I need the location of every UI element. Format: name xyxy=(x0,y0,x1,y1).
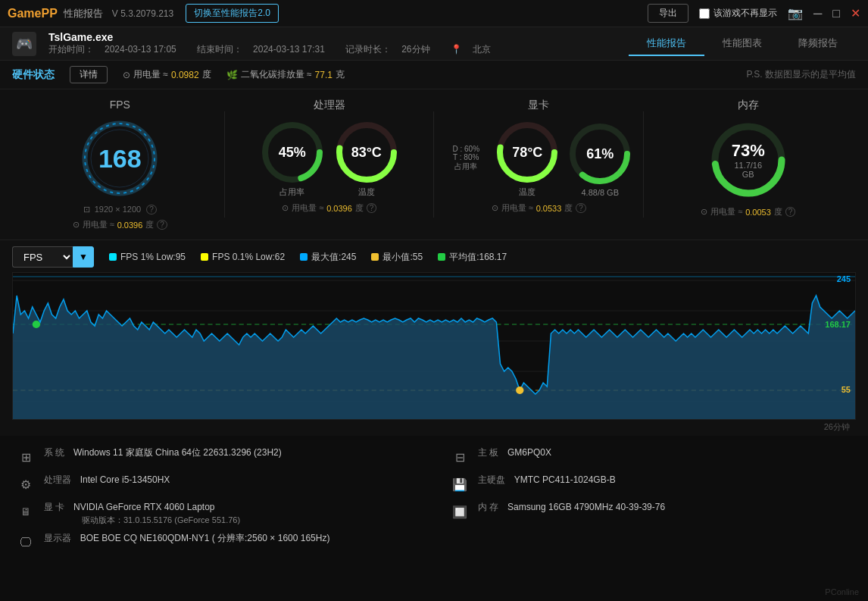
ram-label: 内存 xyxy=(738,99,759,112)
titlebar-title: 性能报告 xyxy=(64,7,103,20)
camera-icon[interactable]: 📷 xyxy=(788,6,803,20)
power-value: 0.0982 xyxy=(171,70,199,80)
chart-controls: FPS 处理器 显卡 内存 ▼ FPS 1% Low:95 FPS 0.1% L… xyxy=(12,246,856,268)
ram-metric: 内存 73% 11.7/16 GB ⊙ 用电量 ≈ 0.0053 度 ? xyxy=(644,99,854,230)
sysinfo-mobo: ⊟ 主 板 GM6PQ0X xyxy=(449,443,853,471)
os-key: 系 统 xyxy=(44,447,64,458)
cpu-power-row: ⊙ 用电量 ≈ 0.0396 度 ? xyxy=(282,202,376,214)
cpu-power-label: 用电量 ≈ xyxy=(292,202,323,214)
gpu-temp-sub: 温度 xyxy=(493,186,561,198)
legend-label-min: 最小值:55 xyxy=(382,251,423,264)
legend-dot-fps1pct xyxy=(109,253,117,261)
display-key: 显示器 xyxy=(44,533,71,543)
gpu-power-help[interactable]: ? xyxy=(576,203,586,213)
ram-gauge-wrap: 73% 11.7/16 GB xyxy=(707,118,790,202)
minimize-button[interactable]: ─ xyxy=(813,8,822,20)
cpu-temp-val: 83°C xyxy=(351,145,382,161)
ram-power-val: 0.0053 xyxy=(745,208,771,217)
display-icon: ⊡ xyxy=(83,205,90,214)
game-meta: 开始时间：2024-03-13 17:05 结束时间：2024-03-13 17… xyxy=(48,43,501,56)
gpu-power-val: 0.0533 xyxy=(536,204,562,213)
no-show-text: 该游戏不再显示 xyxy=(713,7,777,20)
detail-button[interactable]: 详情 xyxy=(70,66,108,83)
no-show-checkbox[interactable] xyxy=(699,8,710,19)
ram-power-unit: 度 xyxy=(774,206,782,218)
fps-select-wrapper: FPS 处理器 显卡 内存 ▼ xyxy=(12,246,94,268)
gpu-d-val: D : 60% xyxy=(443,145,489,153)
no-show-label: 该游戏不再显示 xyxy=(699,7,777,20)
gpu-info-val: NVIDIA GeForce RTX 4060 Laptop xyxy=(73,502,215,512)
cpu-power-help[interactable]: ? xyxy=(367,203,377,213)
legend-min: 最小值:55 xyxy=(371,251,423,264)
gpu-power-row: ⊙ 用电量 ≈ 0.0533 度 ? xyxy=(492,202,586,214)
titlebar-right: 导出 该游戏不再显示 📷 ─ □ ✕ xyxy=(648,4,860,23)
tab-reduce-report[interactable]: 降频报告 xyxy=(780,32,856,56)
sysinfo-right: ⊟ 主 板 GM6PQ0X 💾 主硬盘 YMTC PC411-1024GB-B … xyxy=(449,443,853,556)
export-button[interactable]: 导出 xyxy=(648,4,688,23)
legend-dot-min xyxy=(371,253,379,261)
sysinfo-ram: 🔲 内 存 Samsung 16GB 4790MHz 40-39-39-76 xyxy=(449,498,853,525)
switch-report-button[interactable]: 切换至性能报告2.0 xyxy=(186,4,279,23)
metrics-section: FPS 168 ⊡ 1920 × 1200 ? ⊙ 用电量 ≈ 0.0396 度… xyxy=(0,89,868,240)
ram-icon: 🔲 xyxy=(449,501,470,522)
end-label: 结束时间： xyxy=(197,44,242,55)
chart-area: 245 168.17 55 xyxy=(12,272,856,420)
legend-dot-max xyxy=(300,253,308,261)
gpu-label: 显卡 xyxy=(528,99,549,112)
cpu-power-icon: ⊙ xyxy=(282,203,289,213)
sysinfo-display: 🖵 显示器 BOE BOE CQ NE160QDM-NY1 ( 分辨率:2560… xyxy=(15,529,419,556)
fps-power-icon: ⊙ xyxy=(73,220,80,230)
close-button[interactable]: ✕ xyxy=(851,8,860,20)
co2-label: 二氧化碳排放量 ≈ xyxy=(241,68,312,81)
titlebar-version: V 5.3.2079.213 xyxy=(112,8,173,19)
cpu-temp-gauge: 83°C 温度 xyxy=(333,118,401,198)
titlebar: GamePP 性能报告 V 5.3.2079.213 切换至性能报告2.0 导出… xyxy=(0,0,868,27)
gpu-info-key: 显 卡 xyxy=(44,502,64,512)
cpu-usage-sub: 占用率 xyxy=(258,186,326,198)
chart-time-label: 26分钟 xyxy=(12,421,856,433)
mobo-icon: ⊟ xyxy=(449,446,470,468)
os-val: Windows 11 家庭版 China 64位 22631.3296 (23H… xyxy=(73,447,282,458)
sysinfo-left: ⊞ 系 统 Windows 11 家庭版 China 64位 22631.329… xyxy=(15,443,419,556)
power-label: 用电量 ≈ xyxy=(133,68,168,81)
gpu-driver-val: 驱动版本：31.0.15.5176 (GeForce 551.76) xyxy=(82,515,240,524)
sysinfo-cpu: ⚙ 处理器 Intel Core i5-13450HX xyxy=(15,471,419,498)
location-icon: 📍 xyxy=(451,44,462,55)
fps-metric: FPS 168 ⊡ 1920 × 1200 ? ⊙ 用电量 ≈ 0.0396 度… xyxy=(15,99,225,230)
gpu-vram-val: 61% xyxy=(586,146,614,161)
gpu-vram-gauge: 61% 4.88/8 GB xyxy=(566,120,634,197)
legend-avg: 平均值:168.17 xyxy=(438,251,507,264)
cpu-power-unit: 度 xyxy=(355,202,364,214)
fps-power-help[interactable]: ? xyxy=(157,220,167,230)
gpu-power-unit: 度 xyxy=(564,202,573,214)
ps-note: P.S. 数据图显示的是平均值 xyxy=(747,68,856,81)
ssd-key-val: 主硬盘 YMTC PC411-1024GB-B xyxy=(478,474,616,487)
maximize-button[interactable]: □ xyxy=(832,8,840,20)
start-label: 开始时间： xyxy=(48,44,94,55)
gpu-gauges: D : 60% T : 80% 占用率 78°C 温度 xyxy=(443,118,634,198)
metric-select[interactable]: FPS 处理器 显卡 内存 xyxy=(12,246,73,268)
ram-power-help[interactable]: ? xyxy=(785,207,796,217)
display-resolution: 1920 × 1200 xyxy=(95,205,141,214)
sysinfo-os: ⊞ 系 统 Windows 11 家庭版 China 64位 22631.329… xyxy=(15,443,419,471)
legend-dot-fps01pct xyxy=(201,253,208,261)
dropdown-button[interactable]: ▼ xyxy=(73,246,94,268)
gpu-t-val: T : 80% xyxy=(443,153,489,161)
gameinfo-bar: 🎮 TslGame.exe 开始时间：2024-03-13 17:05 结束时间… xyxy=(0,27,868,61)
location: 北京 xyxy=(473,44,491,55)
display-key-val: 显示器 BOE BOE CQ NE160QDM-NY1 ( 分辨率:2560 ×… xyxy=(44,532,329,545)
cpu-info-val: Intel Core i5-13450HX xyxy=(80,474,170,485)
ram-info-key: 内 存 xyxy=(478,502,498,512)
cpu-temp-sub: 温度 xyxy=(333,186,401,198)
tab-perf-chart[interactable]: 性能图表 xyxy=(704,32,780,56)
tab-perf-report[interactable]: 性能报告 xyxy=(629,32,704,56)
cpu-label: 处理器 xyxy=(314,99,345,112)
logo-pp: PP xyxy=(41,7,57,20)
fps-power-row: ⊙ 用电量 ≈ 0.0396 度 ? xyxy=(73,219,167,230)
ram-key-val: 内 存 Samsung 16GB 4790MHz 40-39-39-76 xyxy=(478,501,665,514)
display-help-icon[interactable]: ? xyxy=(146,205,157,214)
gpu-metric: 显卡 D : 60% T : 80% 占用率 78°C xyxy=(434,99,644,230)
sysinfo-ssd: 💾 主硬盘 YMTC PC411-1024GB-B xyxy=(449,471,853,498)
legend-max: 最大值:245 xyxy=(300,251,356,264)
power-stat: ⊙ 用电量 ≈ 0.0982 度 xyxy=(123,68,211,81)
